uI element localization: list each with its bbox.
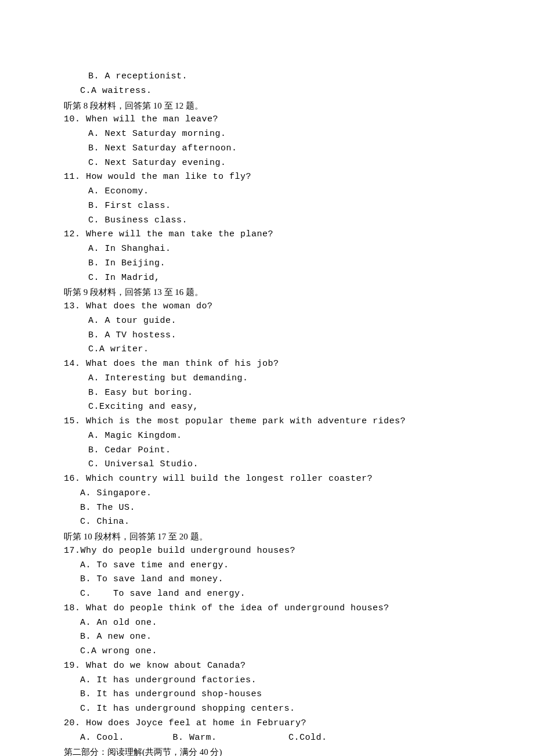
q17-option-b: B. To save land and money. xyxy=(64,573,470,587)
q16-option-b: B. The US. xyxy=(64,501,470,516)
q12-stem: 12. Where will the man take the plane? xyxy=(64,228,470,242)
q17-stem: 17.Why do people build underground house… xyxy=(64,544,470,559)
q14-stem: 14. What does the man think of his job? xyxy=(64,357,470,372)
q12-option-c: C. In Madrid, xyxy=(64,271,470,286)
q20-stem: 20. How does Joyce feel at home in Febru… xyxy=(64,717,470,731)
q19-option-a: A. It has underground factories. xyxy=(64,674,470,688)
q20-option-b: B. Warm. xyxy=(173,731,283,746)
q15-option-c: C. Universal Studio. xyxy=(64,458,470,472)
q11-option-a: A. Economy. xyxy=(64,185,470,199)
q11-option-b: B. First class. xyxy=(64,199,470,214)
q15-option-a: A. Magic Kingdom. xyxy=(64,429,470,444)
q18-option-c: C.A wrong one. xyxy=(64,645,470,659)
q20-option-a: A. Cool. xyxy=(80,731,167,746)
passage9-intro: 听第 9 段材料，回答第 13 至 16 题。 xyxy=(64,285,470,300)
prior-option-b: B. A receptionist. xyxy=(64,70,470,84)
q18-stem: 18. What do people think of the idea of … xyxy=(64,602,470,616)
passage8-intro: 听第 8 段材料，回答第 10 至 12 题。 xyxy=(64,99,470,113)
q18-option-b: B. A new one. xyxy=(64,630,470,645)
q13-option-b: B. A TV hostess. xyxy=(64,329,470,343)
q19-option-c: C. It has underground shopping centers. xyxy=(64,702,470,717)
q18-option-a: A. An old one. xyxy=(64,616,470,631)
q16-option-c: C. China. xyxy=(64,515,470,530)
q14-option-c: C.Exciting and easy, xyxy=(64,400,470,415)
q10-stem: 10. When will the man leave? xyxy=(64,113,470,127)
q20-option-c: C.Cold. xyxy=(288,731,327,746)
q13-option-c: C.A writer. xyxy=(64,343,470,357)
q16-option-a: A. Singapore. xyxy=(64,487,470,501)
q12-option-b: B. In Beijing. xyxy=(64,257,470,271)
q15-stem: 15. Which is the most popular theme park… xyxy=(64,415,470,429)
q14-option-a: A. Interesting but demanding. xyxy=(64,372,470,386)
q14-option-b: B. Easy but boring. xyxy=(64,386,470,401)
q19-stem: 19. What do we know about Canada? xyxy=(64,659,470,674)
prior-option-c: C.A waitress. xyxy=(64,84,470,99)
q10-option-a: A. Next Saturday morning. xyxy=(64,127,470,142)
part2-header: 第二部分：阅读理解(共两节，满分 40 分) xyxy=(64,745,470,756)
q17-option-c: C. To save land and energy. xyxy=(64,587,470,602)
q12-option-a: A. In Shanghai. xyxy=(64,242,470,257)
q20-options-row: A. Cool. B. Warm. C.Cold. xyxy=(64,731,470,746)
q11-stem: 11. How would the man like to fly? xyxy=(64,170,470,185)
q17-option-a: A. To save time and energy. xyxy=(64,559,470,573)
q16-stem: 16. Which country will build the longest… xyxy=(64,472,470,487)
passage10-intro: 听第 10 段材料，回答第 17 至 20 题。 xyxy=(64,530,470,544)
q13-option-a: A. A tour guide. xyxy=(64,314,470,329)
q13-stem: 13. What does the woman do? xyxy=(64,300,470,314)
q10-option-c: C. Next Saturday evening. xyxy=(64,156,470,171)
q19-option-b: B. It has underground shop-houses xyxy=(64,687,470,702)
q10-option-b: B. Next Saturday afternoon. xyxy=(64,142,470,156)
q11-option-c: C. Business class. xyxy=(64,214,470,228)
q15-option-b: B. Cedar Point. xyxy=(64,444,470,458)
